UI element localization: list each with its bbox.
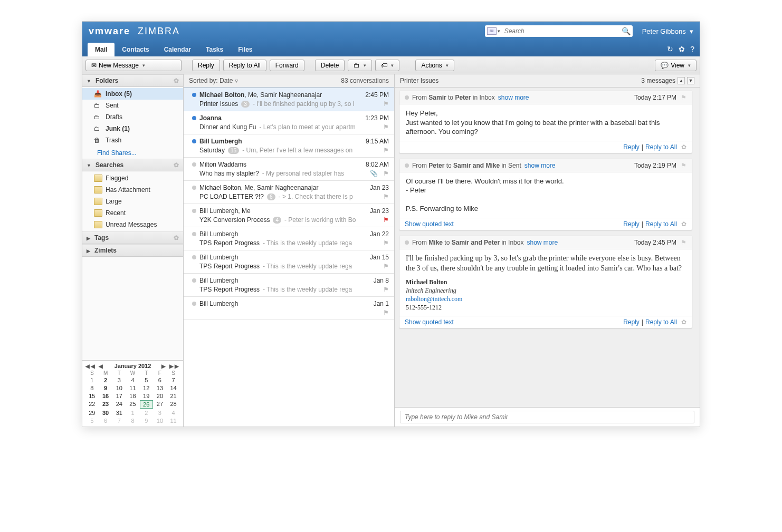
chevron-down-icon[interactable]: ▾	[498, 28, 500, 34]
cal-next[interactable]: ▶ ▶▶	[161, 363, 180, 369]
gear-icon[interactable]: ✿	[681, 318, 686, 326]
reply-link[interactable]: Reply	[623, 143, 640, 151]
message-item[interactable]: Milton Waddams8:02 AMWho has my stapler?…	[184, 158, 394, 181]
refresh-icon[interactable]: ↻	[667, 45, 673, 53]
cal-day[interactable]: 3	[154, 409, 167, 417]
reply-all-link[interactable]: Reply to All	[645, 143, 677, 151]
move-button[interactable]: 🗀	[348, 60, 372, 71]
show-more-link[interactable]: show more	[527, 239, 558, 246]
search-unread-messages[interactable]: Unread Messages	[82, 219, 183, 230]
cal-day[interactable]: 19	[140, 392, 153, 400]
folders-header[interactable]: Folders✿	[82, 74, 183, 87]
tab-files[interactable]: Files	[231, 43, 260, 56]
message-item[interactable]: Bill Lumbergh9:15 AMSaturday15- Um, Pete…	[184, 134, 394, 158]
help-icon[interactable]: ?	[690, 45, 694, 53]
show-more-link[interactable]: show more	[524, 162, 556, 169]
flag-icon[interactable]: ⚑	[383, 239, 389, 247]
cal-day[interactable]: 29	[85, 409, 99, 417]
scroll-down-icon[interactable]: ▼	[687, 77, 694, 84]
cal-day[interactable]: 24	[112, 400, 126, 409]
gear-icon[interactable]: ✿	[174, 161, 179, 169]
message-item[interactable]: Michael Bolton, Me, Samir NagheenanajarJ…	[184, 181, 394, 204]
scroll-up-icon[interactable]: ▲	[678, 77, 685, 84]
cal-day[interactable]: 28	[167, 400, 180, 409]
flag-icon[interactable]: ⚑	[383, 309, 389, 316]
cal-day[interactable]: 11	[167, 417, 180, 424]
folder-trash[interactable]: 🗑Trash	[82, 134, 183, 146]
flag-icon[interactable]: ⚑	[383, 170, 389, 177]
cal-day[interactable]: 7	[167, 376, 180, 384]
show-quoted-link[interactable]: Show quoted text	[405, 220, 454, 228]
cal-day[interactable]: 12	[140, 384, 153, 392]
flag-icon[interactable]: ⚑	[383, 193, 389, 200]
cal-day[interactable]: 7	[112, 417, 126, 424]
search-has-attachment[interactable]: Has Attachment	[82, 184, 183, 196]
flag-icon[interactable]: ⚑	[383, 100, 389, 108]
search-input[interactable]	[501, 27, 622, 35]
gear-icon[interactable]: ✿	[174, 234, 179, 241]
cal-day[interactable]: 10	[154, 417, 167, 424]
gear-icon[interactable]: ✿	[681, 220, 686, 228]
flag-icon[interactable]: ⚑	[681, 239, 686, 246]
cal-day[interactable]: 5	[85, 417, 99, 424]
show-more-link[interactable]: show more	[498, 94, 529, 101]
cal-day[interactable]: 6	[99, 417, 112, 424]
gear-icon[interactable]: ✿	[679, 45, 685, 53]
search-box[interactable]: ✉ ▾ 🔍	[485, 25, 633, 37]
cal-day[interactable]: 23	[99, 400, 112, 409]
searches-header[interactable]: Searches✿	[82, 159, 183, 171]
delete-button[interactable]: Delete	[315, 60, 345, 71]
find-shares-link[interactable]: Find Shares...	[82, 149, 183, 157]
cal-day[interactable]: 9	[140, 417, 153, 424]
cal-day[interactable]: 4	[167, 409, 180, 417]
tags-header[interactable]: Tags✿	[82, 231, 183, 244]
user-menu[interactable]: Peter Gibbons ▾	[642, 27, 693, 35]
reply-button[interactable]: Reply	[192, 60, 220, 71]
tag-button[interactable]: 🏷	[375, 60, 399, 71]
tab-mail[interactable]: Mail	[88, 43, 115, 56]
message-item[interactable]: Bill LumberghJan 1⚑	[184, 297, 394, 320]
cal-day[interactable]: 16	[99, 392, 112, 400]
message-item[interactable]: Bill LumberghJan 22TPS Report Progress- …	[184, 227, 394, 250]
cal-day[interactable]: 6	[154, 376, 167, 384]
cal-day[interactable]: 3	[112, 376, 126, 384]
tab-tasks[interactable]: Tasks	[198, 43, 231, 56]
cal-day[interactable]: 11	[126, 384, 139, 392]
search-icon[interactable]: 🔍	[622, 27, 631, 35]
mail-scope-icon[interactable]: ✉	[487, 27, 497, 35]
cal-prev[interactable]: ◀◀ ◀	[85, 363, 104, 369]
search-flagged[interactable]: Flagged	[82, 172, 183, 184]
flag-icon[interactable]: ⚑	[681, 162, 686, 169]
cal-day[interactable]: 10	[112, 384, 126, 392]
cal-day[interactable]: 21	[167, 392, 180, 400]
cal-day[interactable]: 20	[154, 392, 167, 400]
cal-day[interactable]: 5	[140, 376, 153, 384]
new-message-button[interactable]: ✉New Message	[85, 60, 182, 71]
cal-day[interactable]: 1	[85, 376, 99, 384]
flag-icon[interactable]: ⚑	[383, 147, 389, 154]
folder-sent[interactable]: 🗀Sent	[82, 100, 183, 111]
quick-reply-input[interactable]	[400, 411, 694, 423]
sort-label[interactable]: Sorted by: Date ▿	[189, 77, 238, 84]
tab-contacts[interactable]: Contacts	[115, 43, 156, 56]
cal-day[interactable]: 31	[112, 409, 126, 417]
cal-day[interactable]: 8	[85, 384, 99, 392]
zimlets-header[interactable]: Zimlets	[82, 244, 183, 257]
reply-all-button[interactable]: Reply to All	[223, 60, 266, 71]
cal-day[interactable]: 25	[126, 400, 139, 409]
flag-icon[interactable]: ⚑	[383, 286, 389, 293]
show-quoted-link[interactable]: Show quoted text	[405, 318, 454, 326]
search-large[interactable]: Large	[82, 196, 183, 207]
folder-drafts[interactable]: 🗀Drafts	[82, 111, 183, 123]
flag-icon[interactable]: ⚑	[383, 216, 389, 224]
cal-day[interactable]: 14	[167, 384, 180, 392]
folder-inbox-[interactable]: 📥Inbox (5)	[82, 88, 183, 100]
cal-day[interactable]: 27	[154, 400, 167, 409]
reply-link[interactable]: Reply	[623, 220, 640, 228]
cal-day[interactable]: 13	[154, 384, 167, 392]
cal-day[interactable]: 9	[99, 384, 112, 392]
view-button[interactable]: 💬View	[655, 60, 697, 71]
folder-junk-[interactable]: 🗀Junk (1)	[82, 123, 183, 134]
cal-day[interactable]: 30	[99, 409, 112, 417]
cal-day[interactable]: 17	[112, 392, 126, 400]
